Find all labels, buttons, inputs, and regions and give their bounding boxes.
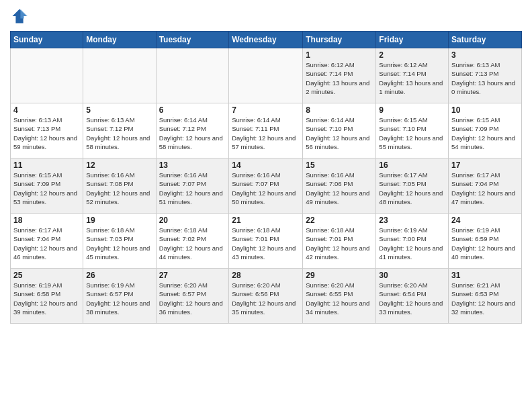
day-number: 15	[306, 161, 373, 170]
calendar-cell: 1Sunrise: 6:12 AMSunset: 7:14 PMDaylight…	[303, 48, 376, 103]
day-number: 5	[86, 105, 152, 115]
day-number: 16	[379, 161, 445, 170]
calendar-cell: 22Sunrise: 6:18 AMSunset: 7:01 PMDayligh…	[303, 214, 376, 269]
day-info: Sunrise: 6:13 AMSunset: 7:13 PMDaylight:…	[451, 60, 519, 96]
col-monday: Monday	[83, 32, 156, 48]
day-info: Sunrise: 6:17 AMSunset: 7:05 PMDaylight:…	[379, 171, 445, 206]
calendar-cell	[156, 48, 229, 103]
day-number: 12	[86, 161, 152, 170]
calendar-table: Sunday Monday Tuesday Wednesday Thursday…	[10, 31, 522, 324]
calendar-cell: 27Sunrise: 6:20 AMSunset: 6:57 PMDayligh…	[156, 269, 229, 324]
day-number: 1	[306, 50, 373, 60]
calendar-header-row: Sunday Monday Tuesday Wednesday Thursday…	[11, 32, 522, 48]
day-info: Sunrise: 6:13 AMSunset: 7:13 PMDaylight:…	[13, 116, 80, 151]
day-info: Sunrise: 6:14 AMSunset: 7:11 PMDaylight:…	[232, 116, 300, 151]
day-number: 6	[159, 105, 226, 115]
calendar-cell: 21Sunrise: 6:18 AMSunset: 7:01 PMDayligh…	[229, 214, 303, 269]
calendar-week-row: 1Sunrise: 6:12 AMSunset: 7:14 PMDaylight…	[11, 48, 522, 103]
day-number: 8	[306, 105, 373, 115]
calendar-week-row: 18Sunrise: 6:17 AMSunset: 7:04 PMDayligh…	[11, 214, 522, 269]
calendar-cell: 18Sunrise: 6:17 AMSunset: 7:04 PMDayligh…	[11, 214, 83, 269]
col-thursday: Thursday	[303, 32, 376, 48]
day-number: 17	[451, 161, 519, 170]
logo	[10, 7, 30, 26]
day-number: 11	[13, 161, 80, 170]
day-number: 19	[86, 216, 152, 225]
day-info: Sunrise: 6:20 AMSunset: 6:57 PMDaylight:…	[159, 281, 226, 316]
day-info: Sunrise: 6:16 AMSunset: 7:08 PMDaylight:…	[86, 171, 152, 206]
calendar-cell: 29Sunrise: 6:20 AMSunset: 6:55 PMDayligh…	[303, 269, 376, 324]
col-sunday: Sunday	[11, 32, 83, 48]
logo-icon	[10, 7, 29, 26]
day-number: 31	[451, 271, 519, 280]
page-container: Sunday Monday Tuesday Wednesday Thursday…	[0, 0, 532, 330]
calendar-cell: 14Sunrise: 6:16 AMSunset: 7:07 PMDayligh…	[229, 158, 303, 214]
calendar-cell: 9Sunrise: 6:15 AMSunset: 7:10 PMDaylight…	[376, 103, 449, 158]
calendar-week-row: 11Sunrise: 6:15 AMSunset: 7:09 PMDayligh…	[11, 158, 522, 214]
day-number: 29	[306, 271, 373, 280]
day-number: 18	[13, 216, 80, 225]
day-number: 14	[232, 161, 300, 170]
calendar-cell: 20Sunrise: 6:18 AMSunset: 7:02 PMDayligh…	[156, 214, 229, 269]
day-number: 26	[86, 271, 152, 280]
calendar-cell: 30Sunrise: 6:20 AMSunset: 6:54 PMDayligh…	[376, 269, 449, 324]
day-info: Sunrise: 6:12 AMSunset: 7:14 PMDaylight:…	[306, 60, 373, 96]
day-info: Sunrise: 6:20 AMSunset: 6:54 PMDaylight:…	[379, 281, 445, 316]
calendar-cell: 24Sunrise: 6:19 AMSunset: 6:59 PMDayligh…	[449, 214, 522, 269]
day-number: 25	[13, 271, 80, 280]
page-header	[10, 7, 522, 26]
calendar-cell: 13Sunrise: 6:16 AMSunset: 7:07 PMDayligh…	[156, 158, 229, 214]
day-number: 23	[379, 216, 445, 225]
calendar-cell: 7Sunrise: 6:14 AMSunset: 7:11 PMDaylight…	[229, 103, 303, 158]
col-friday: Friday	[376, 32, 449, 48]
day-info: Sunrise: 6:20 AMSunset: 6:56 PMDaylight:…	[232, 281, 300, 316]
calendar-week-row: 4Sunrise: 6:13 AMSunset: 7:13 PMDaylight…	[11, 103, 522, 158]
day-number: 4	[13, 105, 80, 115]
calendar-cell: 5Sunrise: 6:13 AMSunset: 7:12 PMDaylight…	[83, 103, 156, 158]
calendar-cell: 17Sunrise: 6:17 AMSunset: 7:04 PMDayligh…	[449, 158, 522, 214]
day-info: Sunrise: 6:21 AMSunset: 6:53 PMDaylight:…	[451, 281, 519, 316]
calendar-cell: 31Sunrise: 6:21 AMSunset: 6:53 PMDayligh…	[449, 269, 522, 324]
day-number: 30	[379, 271, 445, 280]
day-number: 3	[451, 50, 519, 60]
day-info: Sunrise: 6:19 AMSunset: 6:58 PMDaylight:…	[13, 281, 80, 316]
day-info: Sunrise: 6:15 AMSunset: 7:09 PMDaylight:…	[451, 116, 519, 151]
day-info: Sunrise: 6:17 AMSunset: 7:04 PMDaylight:…	[13, 226, 80, 261]
svg-marker-1	[20, 9, 28, 19]
calendar-cell: 3Sunrise: 6:13 AMSunset: 7:13 PMDaylight…	[449, 48, 522, 103]
day-info: Sunrise: 6:13 AMSunset: 7:12 PMDaylight:…	[86, 116, 152, 151]
day-number: 21	[232, 216, 300, 225]
day-info: Sunrise: 6:15 AMSunset: 7:09 PMDaylight:…	[13, 171, 80, 206]
day-number: 13	[159, 161, 226, 170]
calendar-cell: 6Sunrise: 6:14 AMSunset: 7:12 PMDaylight…	[156, 103, 229, 158]
calendar-cell: 25Sunrise: 6:19 AMSunset: 6:58 PMDayligh…	[11, 269, 83, 324]
calendar-cell: 28Sunrise: 6:20 AMSunset: 6:56 PMDayligh…	[229, 269, 303, 324]
day-info: Sunrise: 6:19 AMSunset: 7:00 PMDaylight:…	[379, 226, 445, 261]
col-wednesday: Wednesday	[229, 32, 303, 48]
day-number: 28	[232, 271, 300, 280]
day-number: 24	[451, 216, 519, 225]
calendar-cell: 19Sunrise: 6:18 AMSunset: 7:03 PMDayligh…	[83, 214, 156, 269]
calendar-cell: 16Sunrise: 6:17 AMSunset: 7:05 PMDayligh…	[376, 158, 449, 214]
calendar-cell: 2Sunrise: 6:12 AMSunset: 7:14 PMDaylight…	[376, 48, 449, 103]
day-info: Sunrise: 6:14 AMSunset: 7:10 PMDaylight:…	[306, 116, 373, 151]
day-info: Sunrise: 6:17 AMSunset: 7:04 PMDaylight:…	[451, 171, 519, 206]
calendar-cell: 8Sunrise: 6:14 AMSunset: 7:10 PMDaylight…	[303, 103, 376, 158]
col-tuesday: Tuesday	[156, 32, 229, 48]
day-info: Sunrise: 6:16 AMSunset: 7:07 PMDaylight:…	[232, 171, 300, 206]
calendar-cell: 23Sunrise: 6:19 AMSunset: 7:00 PMDayligh…	[376, 214, 449, 269]
calendar-cell	[83, 48, 156, 103]
day-info: Sunrise: 6:19 AMSunset: 6:57 PMDaylight:…	[86, 281, 152, 316]
day-info: Sunrise: 6:18 AMSunset: 7:01 PMDaylight:…	[306, 226, 373, 261]
calendar-cell: 26Sunrise: 6:19 AMSunset: 6:57 PMDayligh…	[83, 269, 156, 324]
day-info: Sunrise: 6:16 AMSunset: 7:06 PMDaylight:…	[306, 171, 373, 206]
calendar-cell: 11Sunrise: 6:15 AMSunset: 7:09 PMDayligh…	[11, 158, 83, 214]
day-info: Sunrise: 6:18 AMSunset: 7:03 PMDaylight:…	[86, 226, 152, 261]
calendar-cell: 12Sunrise: 6:16 AMSunset: 7:08 PMDayligh…	[83, 158, 156, 214]
day-number: 27	[159, 271, 226, 280]
day-info: Sunrise: 6:18 AMSunset: 7:02 PMDaylight:…	[159, 226, 226, 261]
day-info: Sunrise: 6:18 AMSunset: 7:01 PMDaylight:…	[232, 226, 300, 261]
calendar-cell	[229, 48, 303, 103]
day-info: Sunrise: 6:16 AMSunset: 7:07 PMDaylight:…	[159, 171, 226, 206]
day-info: Sunrise: 6:12 AMSunset: 7:14 PMDaylight:…	[379, 60, 445, 96]
